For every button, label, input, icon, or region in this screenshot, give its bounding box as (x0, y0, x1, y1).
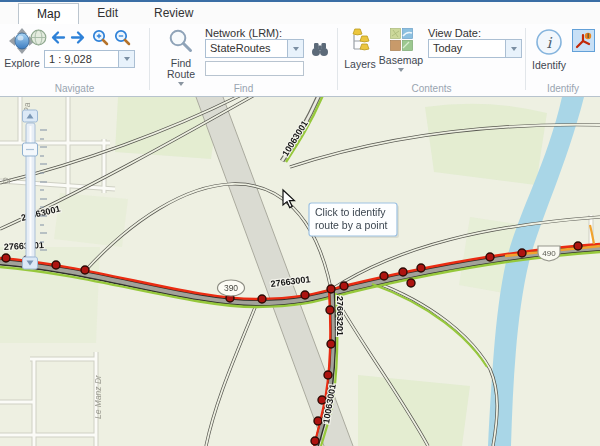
application-window: Map Edit Review Explore (0, 0, 600, 446)
binoculars-icon (311, 41, 329, 57)
view-date-value: Today (429, 40, 505, 57)
group-label-contents: Contents (338, 83, 525, 94)
network-combobox[interactable]: StateRoutes (205, 39, 304, 58)
scale-dropdown-icon (118, 51, 134, 67)
map-canvas[interactable]: 390 490 27663001 27663101 27663001 27663… (0, 97, 600, 446)
layers-tree-icon (348, 28, 372, 55)
basemap-label: Basemap (378, 55, 424, 66)
search-routes-button[interactable] (310, 39, 329, 58)
full-extent-globe-icon (30, 29, 47, 46)
find-route-magnifier-icon (168, 28, 194, 54)
forward-extent-button[interactable] (69, 28, 88, 47)
scale-value: 1 : 9,028 (45, 51, 118, 67)
zoom-slider-down-button[interactable] (23, 257, 38, 269)
view-date-label: View Date: (428, 27, 481, 39)
zoom-in-button[interactable] (91, 28, 110, 47)
map-tooltip: Click to identify route by a point (309, 203, 399, 238)
map-viewport: 390 490 27663001 27663101 27663001 27663… (0, 97, 600, 446)
tooltip-line-1: Click to identify (315, 206, 386, 218)
tab-spacer (0, 2, 18, 24)
tab-map[interactable]: Map (18, 3, 79, 25)
zoom-out-icon (114, 29, 131, 46)
street-label-le-manz-dr: Le Manz Dr (93, 374, 103, 419)
find-route-label-2: Route (167, 68, 195, 80)
tooltip-line-2: route by a point (315, 219, 387, 231)
svg-text:490: 490 (542, 249, 556, 258)
route-label-south: 27663201 (335, 296, 345, 336)
layers-button[interactable]: Layers (340, 28, 380, 70)
route-shield-490: 490 (538, 246, 560, 261)
zoom-out-button[interactable] (113, 28, 132, 47)
view-date-dropdown-icon (505, 40, 521, 57)
identify-label: Identify (530, 60, 568, 71)
explore-label: Explore (2, 58, 42, 69)
group-contents: Layers Basemap View Date: Today (338, 24, 525, 96)
scale-combobox[interactable]: 1 : 9,028 (44, 50, 135, 68)
basemap-tiles-icon (390, 28, 413, 51)
route-label-west: 27663101 (4, 240, 45, 252)
group-navigate: Explore (0, 24, 149, 96)
identify-info-icon: i (535, 28, 563, 56)
group-label-navigate: Navigate (0, 83, 149, 94)
tab-review[interactable]: Review (136, 3, 211, 24)
svg-text:i: i (587, 32, 589, 39)
ribbon: Explore (0, 24, 600, 97)
network-value: StateRoutes (206, 40, 287, 57)
zoom-slider-thumb[interactable] (23, 143, 38, 156)
find-route-button[interactable]: Find Route (158, 28, 204, 86)
group-label-identify: Identify (526, 83, 600, 94)
zoom-in-icon (92, 29, 109, 46)
identify-route-by-point-icon: i (575, 32, 592, 49)
forward-arrow-icon (70, 29, 87, 46)
group-label-find: Find (150, 83, 337, 94)
ribbon-tab-bar: Map Edit Review (0, 2, 600, 25)
identify-button[interactable]: i Identify (530, 28, 568, 71)
network-dropdown-icon (287, 40, 303, 57)
basemap-dropdown-caret (398, 68, 404, 72)
group-find: Find Route Network (LRM): StateRoutes (150, 24, 337, 96)
route-number-input[interactable] (205, 61, 304, 76)
back-arrow-icon (49, 29, 66, 46)
full-extent-button[interactable] (29, 28, 48, 47)
basemap-button[interactable]: Basemap (378, 28, 424, 72)
tab-edit[interactable]: Edit (79, 3, 136, 24)
identify-route-by-point-button[interactable]: i (572, 29, 595, 52)
group-identify: i Identify i Identify (526, 24, 600, 96)
network-lrm-label: Network (LRM): (205, 27, 282, 39)
back-extent-button[interactable] (48, 28, 67, 47)
zoom-slider-up-button[interactable] (23, 110, 38, 122)
svg-text:390: 390 (224, 283, 238, 293)
route-shield-390: 390 (218, 280, 245, 296)
layers-label: Layers (340, 59, 380, 70)
view-date-combobox[interactable]: Today (428, 39, 522, 58)
